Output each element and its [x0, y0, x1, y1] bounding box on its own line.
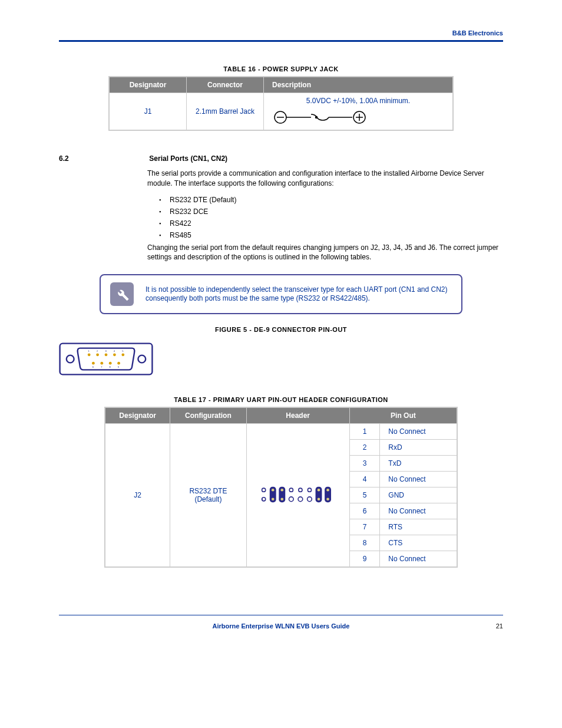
pin-num: 6	[349, 503, 379, 519]
pin-name: RTS	[380, 519, 457, 535]
svg-point-33	[272, 489, 275, 492]
svg-point-38	[289, 488, 293, 492]
t16-col-description: Description	[264, 77, 454, 93]
svg-text:1: 1	[88, 350, 90, 353]
page-footer: Airborne Enterprise WLNN EVB Users Guide…	[59, 615, 503, 630]
pin-num: 1	[349, 424, 379, 440]
pin-num: 5	[349, 487, 379, 503]
svg-text:5: 5	[122, 350, 124, 353]
pin-name: No Connect	[380, 424, 457, 440]
pin-num: 2	[349, 440, 379, 456]
page-number: 21	[496, 622, 503, 630]
page-header: B&B Electronics	[59, 29, 503, 40]
t16-description: 5.0VDC +/-10%, 1.00A minimum.	[306, 97, 410, 105]
t17-col-header: Header	[246, 407, 349, 424]
pin-name: TxD	[380, 456, 457, 472]
barrel-jack-diagram	[270, 108, 376, 126]
table17: Designator Configuration Header Pin Out …	[104, 407, 458, 568]
svg-point-31	[262, 499, 263, 500]
svg-point-13	[105, 354, 108, 357]
pin-num: 3	[349, 456, 379, 472]
table17-caption: TABLE 17 - PRIMARY UART PIN-OUT HEADER C…	[59, 396, 503, 403]
svg-point-43	[307, 497, 312, 502]
t16-connector: 2.1mm Barrel Jack	[187, 93, 264, 131]
svg-text:9: 9	[118, 365, 120, 368]
t16-col-connector: Connector	[187, 77, 264, 93]
table16-caption: TABLE 16 - POWER SUPPLY JACK	[59, 65, 503, 73]
section-title: Serial Ports (CN1, CN2)	[149, 154, 227, 163]
section-para1: The serial ports provide a communication…	[147, 169, 503, 189]
svg-point-14	[113, 354, 116, 357]
svg-point-10	[138, 355, 146, 363]
feature-item: RS485	[159, 231, 503, 239]
de9-connector-diagram: 12345 6789	[59, 341, 153, 377]
svg-text:3: 3	[105, 350, 107, 353]
pin-name: No Connect	[380, 503, 457, 519]
feature-list: RS232 DTE (Default) RS232 DCE RS422 RS48…	[159, 196, 503, 239]
svg-point-37	[280, 498, 283, 500]
svg-point-42	[308, 488, 311, 492]
svg-point-9	[67, 355, 74, 363]
svg-text:4: 4	[114, 350, 115, 353]
note-box: It is not possible to independently sele…	[100, 274, 462, 314]
svg-point-29	[262, 488, 265, 492]
svg-point-41	[298, 497, 303, 502]
svg-point-4	[316, 117, 318, 118]
pin-num: 8	[349, 535, 379, 551]
t16-desc-cell: 5.0VDC +/-10%, 1.00A minimum.	[264, 93, 454, 131]
t17-config: RS232 DTE (Default)	[170, 424, 246, 568]
svg-point-11	[88, 354, 91, 357]
svg-text:2: 2	[97, 350, 98, 353]
section-number: 6.2	[59, 154, 147, 163]
feature-item: RS232 DCE	[159, 207, 503, 216]
svg-point-48	[326, 489, 329, 492]
svg-point-17	[100, 362, 103, 365]
svg-text:7: 7	[101, 365, 103, 368]
section-heading: 6.2 Serial Ports (CN1, CN2)	[59, 154, 503, 163]
feature-item: RS232 DTE (Default)	[159, 196, 503, 204]
svg-point-46	[317, 498, 320, 500]
pin-num: 4	[349, 472, 379, 487]
svg-text:6: 6	[92, 365, 94, 368]
t17-col-config: Configuration	[170, 407, 246, 424]
t17-col-pinout: Pin Out	[349, 407, 457, 424]
note-text: It is not possible to independently sele…	[146, 285, 452, 304]
svg-point-12	[96, 354, 99, 357]
svg-point-40	[298, 488, 302, 492]
footer-title: Airborne Enterprise WLNN EVB Users Guide	[213, 622, 350, 630]
pin-name: No Connect	[380, 551, 457, 568]
jumper-header-diagram	[257, 483, 339, 506]
svg-text:8: 8	[110, 365, 111, 368]
t17-designator: J2	[105, 424, 170, 568]
svg-point-45	[317, 489, 320, 492]
t16-designator: J1	[109, 93, 187, 131]
header-rule	[59, 40, 503, 42]
pin-name: GND	[380, 487, 457, 503]
wrench-icon	[110, 282, 134, 306]
pin-name: RxD	[380, 440, 457, 456]
pin-name: CTS	[380, 535, 457, 551]
table16: Designator Connector Description J1 2.1m…	[108, 76, 454, 131]
svg-point-49	[326, 498, 329, 500]
svg-point-39	[289, 497, 293, 502]
t17-header-diagram-cell	[246, 424, 349, 568]
pin-num: 9	[349, 551, 379, 568]
pin-num: 7	[349, 519, 379, 535]
feature-item: RS422	[159, 219, 503, 228]
section-para2: Changing the serial port from the defaul…	[147, 243, 503, 263]
figure5-caption: FIGURE 5 - DE-9 CONNECTOR PIN-OUT	[59, 326, 503, 333]
svg-point-34	[272, 498, 275, 500]
svg-point-16	[92, 362, 95, 365]
svg-point-18	[109, 362, 112, 365]
svg-point-36	[280, 489, 283, 492]
svg-point-19	[117, 362, 120, 365]
svg-point-15	[121, 354, 124, 357]
t16-col-designator: Designator	[109, 77, 187, 93]
t17-col-designator: Designator	[105, 407, 170, 424]
pin-name: No Connect	[380, 472, 457, 487]
